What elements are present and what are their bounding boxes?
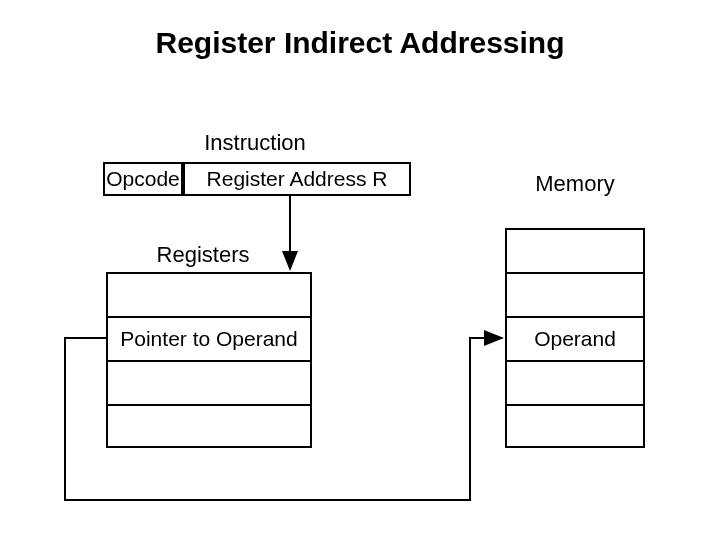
register-address-box: Register Address R xyxy=(183,162,411,196)
opcode-text: Opcode xyxy=(106,167,180,191)
opcode-box: Opcode xyxy=(103,162,183,196)
memory-row xyxy=(507,274,643,318)
page-title: Register Indirect Addressing xyxy=(0,26,720,60)
memory-table: Operand xyxy=(505,228,645,448)
memory-cell-operand: Operand xyxy=(534,327,616,351)
register-cell-pointer: Pointer to Operand xyxy=(120,327,297,351)
memory-row: Operand xyxy=(507,318,643,362)
register-address-text: Register Address R xyxy=(207,167,388,191)
register-row xyxy=(108,406,310,450)
memory-row xyxy=(507,406,643,450)
memory-row xyxy=(507,230,643,274)
registers-table: Pointer to Operand xyxy=(106,272,312,448)
memory-row xyxy=(507,362,643,406)
register-row xyxy=(108,274,310,318)
memory-label: Memory xyxy=(510,171,640,197)
registers-label: Registers xyxy=(148,242,258,268)
instruction-label: Instruction xyxy=(175,130,335,156)
register-row xyxy=(108,362,310,406)
register-row: Pointer to Operand xyxy=(108,318,310,362)
